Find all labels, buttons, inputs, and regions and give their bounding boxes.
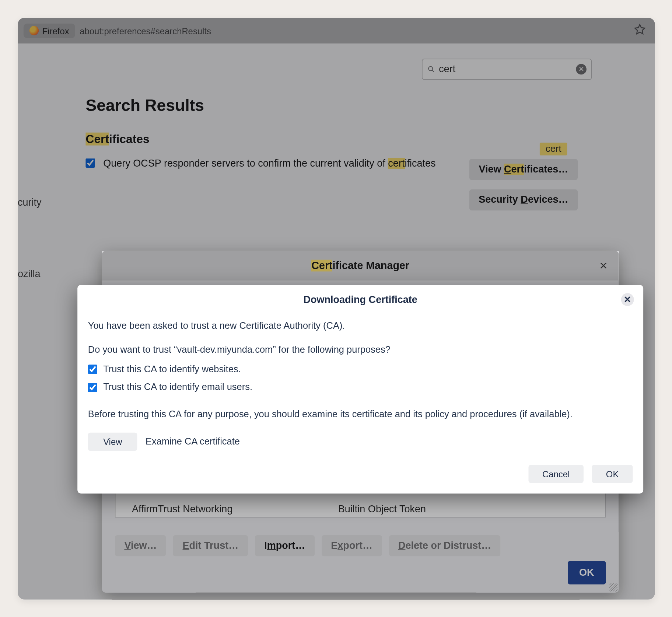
trust-websites-checkbox[interactable]: [88, 365, 97, 374]
view-ca-button[interactable]: View: [88, 433, 137, 451]
dialog-title: Downloading Certificate: [303, 294, 417, 305]
dialog-warning: Before trusting this CA for any purpose,…: [88, 408, 633, 422]
dialog-message-1: You have been asked to trust a new Certi…: [88, 319, 633, 333]
close-icon[interactable]: ✕: [621, 293, 634, 306]
trust-websites-label: Trust this CA to identify websites.: [103, 362, 241, 376]
dialog-message-2: Do you want to trust “vault-dev.miyunda.…: [88, 343, 633, 357]
view-ca-label: Examine CA certificate: [146, 435, 240, 449]
ok-button[interactable]: OK: [592, 465, 633, 483]
downloading-certificate-dialog: Downloading Certificate ✕ You have been …: [77, 285, 643, 494]
trust-email-checkbox[interactable]: [88, 383, 97, 392]
cancel-button[interactable]: Cancel: [528, 465, 584, 483]
trust-email-label: Trust this CA to identify email users.: [103, 380, 252, 394]
